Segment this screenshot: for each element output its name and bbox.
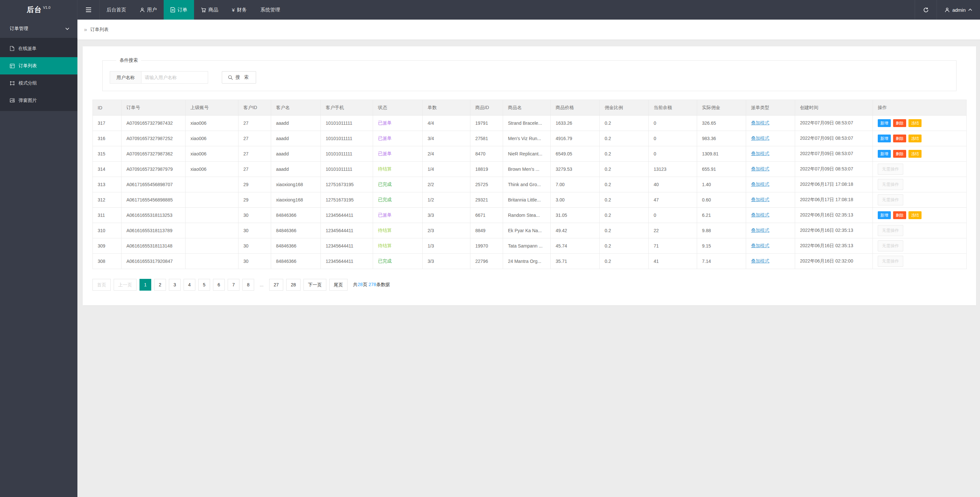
page-1-button[interactable]: 1 [140,279,151,291]
search-row: 用户名称 搜 索 [110,71,949,84]
page-27-button[interactable]: 27 [269,279,283,291]
top-header: 后台 V1.0 后台首页 用户 订单 商品 ¥ 财务 系统管理 [0,0,980,20]
page-8-button[interactable]: 8 [242,279,254,291]
nav-label: 系统管理 [260,7,280,13]
last-page-button[interactable]: 尾页 [329,279,348,291]
add-button[interactable]: 新增 [878,119,891,127]
cell-order-count: 2/3 [423,223,470,238]
cell-commission-ratio: 0.2 [600,238,649,254]
hamburger-icon[interactable] [78,0,100,20]
admin-menu[interactable]: admin [937,0,980,20]
sidebar-item-label: 弹窗图片 [19,98,37,103]
cell-product-id: 25725 [470,177,503,192]
cell-order-no: A06171655456898707 [121,177,186,192]
cell-dispatch-type: 叠加模式 [746,177,795,192]
nav-item-home[interactable]: 后台首页 [100,0,133,20]
cell-parent-account [186,192,239,208]
nav-item-finance[interactable]: ¥ 财务 [225,0,253,20]
column-header: ID [93,100,121,116]
cell-dispatch-type: 叠加模式 [746,254,795,269]
delete-button[interactable]: 删除 [893,211,906,219]
cell-status: 已派单 [373,131,423,146]
total-records: 278 [369,282,376,287]
add-button[interactable]: 新增 [878,135,891,142]
cell-dispatch-type: 叠加模式 [746,223,795,238]
page-4-button[interactable]: 4 [184,279,195,291]
cell-actions: 新增删除冻结 [873,131,967,146]
sidebar-item-order-list[interactable]: 订单列表 [0,57,78,75]
nav-item-users[interactable]: 用户 [133,0,164,20]
page-3-button[interactable]: 3 [169,279,181,291]
cell-customer-name: 84846366 [271,238,321,254]
page-7-button[interactable]: 7 [228,279,239,291]
page-5-button[interactable]: 5 [198,279,210,291]
freeze-button[interactable]: 冻结 [908,211,921,219]
dispatch-type-link[interactable]: 叠加模式 [751,197,769,202]
cell-actual-commission: 0.60 [697,192,746,208]
nav-item-system[interactable]: 系统管理 [253,0,287,20]
no-action-button: 无需操作 [878,194,903,205]
dispatch-type-link[interactable]: 叠加模式 [751,135,769,141]
cell-customer-phone: 10101011111 [321,116,373,131]
cell-customer-name: 84846366 [271,254,321,269]
cell-customer-phone: 12751673195 [321,192,373,208]
nav-item-products[interactable]: 商品 [194,0,225,20]
cell-product-name: Britannia Little... [503,192,551,208]
delete-button[interactable]: 删除 [893,150,906,158]
sidebar-item-popup-image[interactable]: 弹窗图片 [0,92,78,109]
freeze-button[interactable]: 冻结 [908,150,921,158]
sidebar-item-online-dispatch[interactable]: 在线派单 [0,40,78,57]
dispatch-type-link[interactable]: 叠加模式 [751,243,769,248]
dispatch-type-link[interactable]: 叠加模式 [751,166,769,171]
refresh-icon[interactable] [915,0,937,20]
breadcrumb-current: 订单列表 [90,27,108,33]
dispatch-type-link[interactable]: 叠加模式 [751,228,769,233]
cell-created-time: 2022年07月09日 08:53:07 [795,146,873,162]
next-page-button[interactable]: 下一页 [304,279,326,291]
delete-button[interactable]: 删除 [893,119,906,127]
dispatch-type-link[interactable]: 叠加模式 [751,258,769,264]
page-28-button[interactable]: 28 [286,279,301,291]
cell-created-time: 2022年07月09日 08:53:07 [795,116,873,131]
dispatch-type-link[interactable]: 叠加模式 [751,120,769,125]
dispatch-type-link[interactable]: 叠加模式 [751,181,769,187]
table-row: 317 A07091657327987432 xiao006 27 aaadd … [93,116,967,131]
cell-product-id: 8849 [470,223,503,238]
cell-status: 已派单 [373,146,423,162]
yen-icon: ¥ [232,7,235,13]
table-header-row: ID订单号上级账号客户ID客户名客户手机状态单数商品ID商品名商品价格佣金比例当… [93,100,967,116]
column-header: 客户ID [239,100,271,116]
table-row: 309 A06161655318113148 30 84846366 12345… [93,238,967,254]
cell-commission-ratio: 0.2 [600,208,649,223]
chevron-down-icon [65,27,69,30]
cell-dispatch-type: 叠加模式 [746,192,795,208]
search-button[interactable]: 搜 索 [222,71,256,84]
dispatch-type-link[interactable]: 叠加模式 [751,212,769,218]
cell-order-count: 3/3 [423,254,470,269]
cell-order-no: A06161655318113253 [121,208,186,223]
nav-item-orders[interactable]: 订单 [164,0,194,20]
cell-customer-name: 84846366 [271,223,321,238]
page-6-button[interactable]: 6 [213,279,225,291]
page-2-button[interactable]: 2 [154,279,166,291]
add-button[interactable]: 新增 [878,211,891,219]
delete-button[interactable]: 删除 [893,135,906,142]
dispatch-type-link[interactable]: 叠加模式 [751,151,769,156]
add-button[interactable]: 新增 [878,150,891,158]
cell-product-name: Strand Bracele... [503,116,551,131]
first-page-button: 首页 [92,279,111,291]
cell-status: 待结算 [373,162,423,177]
sidebar-group-order-management[interactable]: 订单管理 [0,20,78,38]
cell-customer-id: 29 [239,177,271,192]
cell-product-id: 8470 [470,146,503,162]
cell-order-count: 3/3 [423,208,470,223]
freeze-button[interactable]: 冻结 [908,119,921,127]
status-badge: 已派单 [378,212,392,218]
cell-order-count: 1/2 [423,192,470,208]
column-header: 订单号 [121,100,186,116]
username-input[interactable] [141,71,208,84]
no-action-button: 无需操作 [878,179,903,190]
freeze-button[interactable]: 冻结 [908,135,921,142]
sidebar-item-mode-group[interactable]: 模式分组 [0,75,78,92]
total-pages: 28 [358,282,363,287]
